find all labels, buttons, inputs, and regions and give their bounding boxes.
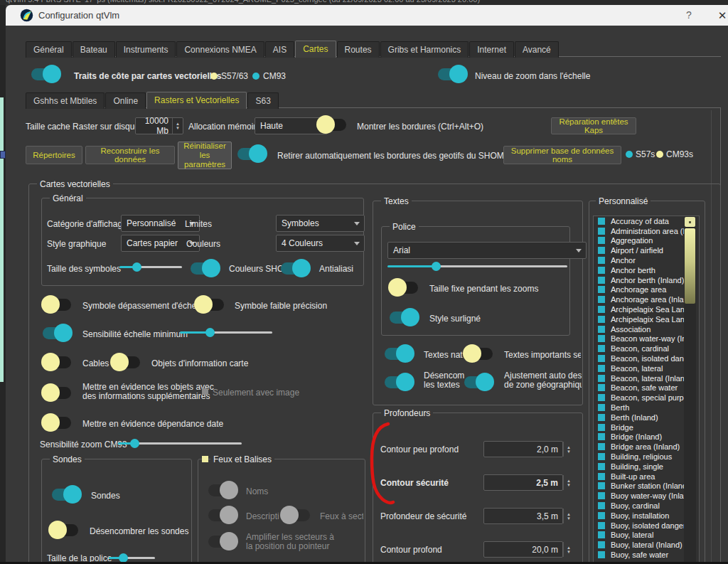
symbol-size-slider[interactable] bbox=[119, 262, 182, 272]
item-checkbox[interactable] bbox=[598, 512, 605, 519]
item-checkbox[interactable] bbox=[598, 404, 605, 411]
list-item[interactable]: Anchorage area bbox=[594, 285, 699, 295]
item-checkbox[interactable] bbox=[598, 473, 605, 480]
only-with-image-checkbox[interactable] bbox=[202, 388, 208, 395]
item-checkbox[interactable] bbox=[598, 414, 605, 421]
list-item[interactable]: Bunker station (Inland) bbox=[594, 481, 699, 491]
close-button[interactable]: ✕ bbox=[712, 8, 728, 23]
item-checkbox[interactable] bbox=[598, 551, 605, 558]
list-item[interactable]: Bridge area (Inland) bbox=[594, 442, 699, 452]
main-tab[interactable]: Avancé bbox=[515, 41, 559, 58]
list-item[interactable]: Buoy, lateral (Inland) bbox=[594, 540, 699, 550]
radio-s57s[interactable] bbox=[626, 151, 633, 158]
auto-adjust-labels-toggle[interactable] bbox=[464, 376, 493, 388]
cables-toggle[interactable] bbox=[43, 356, 71, 368]
list-item[interactable]: Beacon, special purpos bbox=[594, 393, 699, 403]
depth-spinbox[interactable]: 2,5 m bbox=[483, 474, 563, 491]
list-item[interactable]: Aggregation bbox=[594, 236, 699, 246]
spin-arrows-icon[interactable]: ▲▼ bbox=[563, 475, 574, 490]
charts-subtab[interactable]: Rasters et Vectorielles bbox=[146, 92, 247, 109]
list-item[interactable]: Beacon, lateral bbox=[594, 363, 699, 373]
remove-shom-borders-toggle[interactable] bbox=[237, 148, 266, 160]
min-scale-sensitivity-toggle[interactable] bbox=[43, 327, 71, 339]
list-item[interactable]: Beacon water-way (Inla bbox=[594, 334, 699, 344]
main-tab[interactable]: AIS bbox=[265, 41, 294, 58]
list-item[interactable]: Airport / airfield bbox=[594, 245, 699, 255]
main-tab[interactable]: Routes bbox=[337, 41, 380, 58]
list-item[interactable]: Buoy, isolated danger bbox=[594, 521, 699, 531]
item-checkbox[interactable] bbox=[598, 424, 605, 431]
spin-arrows-icon[interactable]: ▲▼ bbox=[563, 509, 574, 523]
list-item[interactable]: Beacon, cardinal bbox=[594, 344, 699, 353]
list-item[interactable]: Building, single bbox=[594, 462, 699, 472]
list-item[interactable]: Anchor berth bbox=[594, 265, 699, 275]
outline-style-toggle[interactable] bbox=[390, 312, 418, 324]
main-tab[interactable]: Gribs et Harmonics bbox=[380, 41, 469, 58]
radio-cm93[interactable] bbox=[252, 73, 259, 80]
item-checkbox[interactable] bbox=[598, 345, 605, 352]
depth-spinbox[interactable]: 20,0 m bbox=[483, 541, 563, 558]
item-checkbox[interactable] bbox=[598, 522, 605, 529]
item-checkbox[interactable] bbox=[598, 463, 605, 470]
depth-spinbox[interactable]: 2,0 m bbox=[483, 441, 563, 457]
spin-arrows-icon[interactable]: ▲▼ bbox=[563, 542, 574, 557]
list-item[interactable]: Anchor bbox=[594, 255, 699, 265]
main-tab[interactable]: Instruments bbox=[116, 41, 176, 58]
lights-beacons-checkbox[interactable] bbox=[202, 456, 208, 462]
item-checkbox[interactable] bbox=[598, 355, 605, 362]
list-item[interactable]: Anchorage area (Inland bbox=[594, 294, 699, 304]
scrollbar-thumb[interactable] bbox=[685, 228, 695, 304]
item-checkbox[interactable] bbox=[598, 306, 605, 313]
charts-subtab[interactable]: Gshhs et Mbtiles bbox=[26, 92, 105, 109]
spin-arrows-icon[interactable]: ▲▼ bbox=[172, 118, 183, 134]
list-item[interactable]: Built-up area bbox=[594, 472, 699, 481]
list-item[interactable]: Beacon, safe water bbox=[594, 383, 699, 393]
reset-settings-button[interactable]: Réinitialiser les paramètres bbox=[178, 142, 232, 169]
item-checkbox[interactable] bbox=[598, 482, 605, 489]
item-checkbox[interactable] bbox=[598, 443, 605, 450]
list-item[interactable]: Archipelagix Sea Lane a bbox=[594, 314, 699, 324]
low-precision-toggle[interactable] bbox=[196, 299, 224, 311]
item-checkbox[interactable] bbox=[598, 453, 605, 460]
soundings-toggle[interactable] bbox=[52, 489, 80, 501]
list-item[interactable]: Bridge bbox=[594, 422, 699, 432]
main-tab[interactable]: Bateau bbox=[73, 41, 115, 58]
list-item[interactable]: Bridge (Inland) bbox=[594, 432, 699, 442]
list-item[interactable]: Anchor berth (Inland) bbox=[594, 275, 699, 285]
item-checkbox[interactable] bbox=[598, 218, 605, 225]
item-checkbox[interactable] bbox=[598, 316, 605, 323]
lights-amplify-toggle[interactable] bbox=[208, 536, 237, 548]
delete-names-db-button[interactable]: Supprimer base de données noms bbox=[503, 146, 621, 164]
directories-button[interactable]: Répertoires bbox=[26, 146, 82, 164]
national-texts-toggle[interactable] bbox=[385, 348, 413, 360]
colors-dropdown[interactable]: 4 Couleurs bbox=[276, 235, 365, 252]
list-item[interactable]: Buoy water-way (Inlan bbox=[594, 491, 699, 501]
list-item[interactable]: Buoy, installation bbox=[594, 511, 699, 521]
item-checkbox[interactable] bbox=[598, 286, 605, 293]
item-checkbox[interactable] bbox=[598, 237, 605, 244]
item-checkbox[interactable] bbox=[598, 257, 605, 264]
show-borders-toggle[interactable] bbox=[318, 119, 346, 131]
cm93-zoom-sensitivity-slider[interactable] bbox=[118, 439, 242, 448]
item-checkbox[interactable] bbox=[598, 365, 605, 372]
item-checkbox[interactable] bbox=[598, 267, 605, 274]
chart-info-objects-toggle[interactable] bbox=[112, 356, 140, 368]
list-item[interactable]: Buoy, safe water bbox=[594, 550, 699, 560]
item-checkbox[interactable] bbox=[598, 433, 605, 440]
list-item[interactable]: Berth (Inland) bbox=[594, 413, 699, 422]
item-checkbox[interactable] bbox=[598, 228, 605, 235]
lights-description-toggle[interactable] bbox=[208, 509, 237, 521]
fixed-size-zoom-toggle[interactable] bbox=[390, 282, 418, 294]
scrollbar-up-button[interactable] bbox=[685, 217, 695, 227]
main-tab[interactable]: Connexions NMEA bbox=[176, 41, 264, 58]
depth-spinbox[interactable]: 3,5 m bbox=[483, 508, 563, 524]
charts-subtab[interactable]: S63 bbox=[247, 92, 278, 109]
declutter-texts-toggle[interactable] bbox=[385, 376, 413, 388]
coastline-vector-toggle[interactable] bbox=[31, 68, 60, 80]
font-size-slider[interactable] bbox=[387, 262, 567, 271]
list-item[interactable]: Accuracy of data bbox=[594, 216, 699, 226]
date-dependency-toggle[interactable] bbox=[43, 417, 71, 429]
lights-sectors-toggle[interactable] bbox=[282, 509, 310, 521]
item-checkbox[interactable] bbox=[598, 502, 605, 509]
raster-cache-spinbox[interactable]: 10000 Mb ▲▼ bbox=[135, 117, 183, 134]
